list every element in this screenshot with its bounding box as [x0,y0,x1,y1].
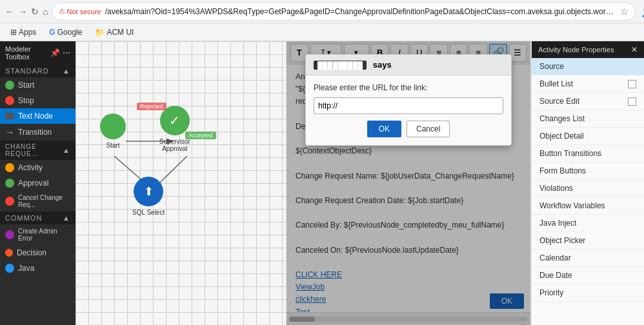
common-label: COMMON [5,214,42,222]
toolbox-section-standard: STANDARD ▲ [0,64,75,77]
address-bar[interactable]: ⚠ Not secure /aveksa/main?Oid=1954%3AWPD… [52,3,636,21]
source-label: Source [539,62,564,71]
main-area: Modeler Toolbox 📌 ⋯ STANDARD ▲ Start Sto… [0,41,644,325]
change-collapse-icon[interactable]: ▲ [63,146,70,154]
right-panel-due-date[interactable]: Due Date [532,267,644,284]
common-collapse-icon[interactable]: ▲ [63,214,70,222]
google-bookmark[interactable]: G Google [44,26,87,38]
cancel-change-icon [5,197,14,206]
sql-circle: ⬆ [134,177,163,206]
toolbox-item-start[interactable]: Start [0,77,75,93]
wf-node-start[interactable]: Start [100,113,126,149]
toolbox-item-stop[interactable]: Stop [0,93,75,108]
bullet-list-label: Bullet List [539,79,573,88]
approval-label: Approval [18,179,48,188]
transition-label: Transition [18,128,52,137]
change-section-label: CHANGE REQUE... [5,143,63,157]
create-admin-error-icon [5,230,14,239]
right-panel-priority[interactable]: Priority [532,284,644,302]
right-panel-bullet-list[interactable]: Bullet List [532,75,644,93]
home-button[interactable]: ⌂ [43,4,48,19]
google-icon: G [49,28,55,37]
bullet-list-checkbox[interactable] [628,80,636,88]
dialog-ok-button[interactable]: OK [367,121,401,137]
start-circle [100,113,126,139]
workflow-variables-label: Workflow Variables [539,201,605,210]
dialog-says-label: says [373,60,392,70]
start-node-label: Start [106,142,119,149]
canvas-background[interactable]: Start ✓ SupervisorApproval Rejected Acce… [75,41,286,325]
workflow-svg [75,41,286,325]
reload-button[interactable]: ↻ [31,4,39,19]
dialog-overlay: █████████ says Please enter the URL for … [287,41,530,325]
right-panel-object-detail[interactable]: Object Detail [532,128,644,145]
activity-label: Activity [18,163,43,172]
calendar-label: Calendar [539,253,571,262]
toolbox-item-transition[interactable]: → Transition [0,124,75,141]
sql-node-label: SQL Select [132,209,165,216]
accepted-badge: Accepted [185,132,216,139]
right-panel-violations[interactable]: Violations [532,180,644,197]
modeler-toolbox: Modeler Toolbox 📌 ⋯ STANDARD ▲ Start Sto… [0,41,75,325]
toolbox-item-java[interactable]: Java [0,261,75,276]
source-edit-checkbox[interactable] [628,97,636,106]
right-panel-calendar[interactable]: Calendar [532,250,644,267]
right-panel-button-transitions[interactable]: Button Transitions [532,145,644,162]
star-icon[interactable]: ☆ [620,6,629,17]
collapse-icon[interactable]: ▲ [63,67,70,75]
java-icon [5,264,14,273]
back-button[interactable]: ← [5,4,14,19]
java-label: Java [18,264,34,273]
toolbox-item-approval[interactable]: Approval [0,175,75,191]
toolbox-item-create-admin-error[interactable]: Create Admin Error [0,224,75,245]
profile-button[interactable]: 👤 [639,4,644,19]
toolbox-item-cancel-change[interactable]: Cancel Change Req... [0,191,75,212]
approval-icon [5,179,14,188]
toolbox-header: Modeler Toolbox 📌 ⋯ [0,41,75,64]
standard-label: STANDARD [5,67,49,75]
start-icon [5,81,14,90]
decision-label: Decision [17,248,46,257]
changes-list-label: Changes List [539,114,585,123]
browser-icons: 👤 ⋮ [639,4,644,19]
wf-node-supervisor[interactable]: ✓ SupervisorApproval [159,106,190,152]
bookmarks-bar: ⊞ Apps G Google 📁 ACM UI [0,23,644,41]
toolbox-menu-icon[interactable]: ⋯ [63,48,70,57]
java-inject-label: Java Inject [539,219,576,228]
right-panel-changes-list[interactable]: Changes List [532,110,644,128]
violations-label: Violations [539,184,573,193]
url-text: /aveksa/main?Oid=1954%3AWPDS&ReqType=Get… [105,7,617,16]
forward-button[interactable]: → [18,4,27,19]
dialog-cancel-button[interactable]: Cancel [407,121,450,137]
toolbox-item-decision[interactable]: Decision [0,245,75,261]
not-secure-label: Not secure [66,8,101,15]
right-panel-object-picker[interactable]: Object Picker [532,232,644,250]
acm-label: ACM UI [106,28,134,37]
right-panel-workflow-variables[interactable]: Workflow Variables [532,197,644,215]
toolbox-item-activity[interactable]: Activity [0,160,75,175]
right-panel-java-inject[interactable]: Java Inject [532,215,644,232]
object-detail-label: Object Detail [539,132,584,141]
text-node-icon [5,113,14,119]
right-panel-source[interactable]: Source [532,58,644,75]
apps-label: Apps [19,28,36,37]
browser-bar: ← → ↻ ⌂ ⚠ Not secure /aveksa/main?Oid=19… [0,0,644,23]
toolbox-item-text-node[interactable]: Text Node [0,108,75,124]
right-panel: Activity Node Properties ✕ Source Bullet… [531,41,644,325]
right-panel-form-buttons[interactable]: Form Buttons [532,162,644,180]
right-panel-header: Activity Node Properties ✕ [532,41,644,58]
form-buttons-label: Form Buttons [539,166,586,175]
dialog-url-input[interactable] [314,97,503,114]
right-panel-close-icon[interactable]: ✕ [631,45,638,54]
wf-node-sql[interactable]: ⬆ SQL Select [132,177,165,216]
toolbox-pin-icon[interactable]: 📌 [50,48,60,57]
dialog-domain: █████████ [314,61,367,70]
toolbox-title: Modeler Toolbox [5,45,50,61]
right-panel-title: Activity Node Properties [538,46,614,54]
button-transitions-label: Button Transitions [539,149,601,158]
right-panel-source-edit[interactable]: Source Edit [532,93,644,110]
dialog-box: █████████ says Please enter the URL for … [305,54,512,146]
apps-bookmark[interactable]: ⊞ Apps [5,26,41,38]
cancel-change-label: Cancel Change Req... [18,194,70,208]
acm-bookmark[interactable]: 📁 ACM UI [90,26,139,38]
